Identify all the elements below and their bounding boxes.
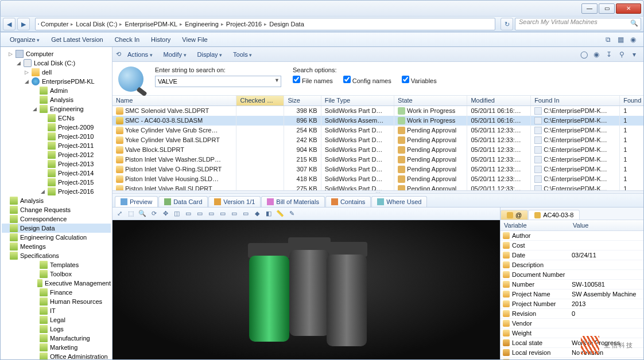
edit-icon[interactable]: ✎ [287,209,296,218]
tree-node[interactable]: Meetings [2,242,111,251]
help-icon[interactable]: ◉ [627,34,639,45]
col-state[interactable]: State [394,96,467,105]
check-in-button[interactable]: Check In [110,34,144,45]
iso-icon[interactable]: ◫ [172,209,181,218]
table-row[interactable]: SMC - AC40-03-8.SLDASM896 KBSolidWorks A… [112,116,643,126]
top-icon[interactable]: ▭ [230,209,239,218]
nav-forward-button[interactable]: ▶ [17,18,30,30]
table-row[interactable]: Valve Block.SLDPRT904 KBSolidWorks Part … [112,145,643,155]
shaded-icon[interactable]: ◆ [253,209,262,218]
tab-whereused[interactable]: Where Used [371,196,427,207]
crumb-project[interactable]: Project-2016 [225,21,263,28]
close-button[interactable]: ✕ [616,3,641,14]
tab-datacard[interactable]: Data Card [158,196,208,207]
tree-node[interactable]: Design Data [2,224,111,233]
tree-node[interactable]: Logs [2,324,111,334]
view-file-button[interactable]: View File [177,34,212,45]
zoom-area-icon[interactable]: ⬚ [126,209,135,218]
tree-node[interactable]: Analysis [2,95,111,104]
table-row[interactable]: Yoke Cylinder Valve Ball.SLDPRT242 KBSol… [112,135,643,145]
tool-icon-3[interactable]: ↧ [603,49,615,60]
back-icon[interactable]: ▭ [195,209,204,218]
zoom-in-icon[interactable]: 🔍 [138,209,147,218]
table-row[interactable]: Piston Inlet Valve O-Ring.SLDPRT307 KBSo… [112,165,643,174]
measure-icon[interactable]: 📏 [276,209,285,218]
table-row[interactable]: Piston Inlet Valve Housing.SLD…418 KBSol… [112,174,643,184]
tree-node[interactable]: Project-2012 [2,150,111,159]
crumb-leaf[interactable]: Design Data [268,21,305,28]
tree-node[interactable]: Project-2010 [2,132,111,141]
tool-icon-4[interactable]: ⚲ [616,49,627,60]
tree-node[interactable]: Change Requests [2,205,111,214]
tool-icon-2[interactable]: ◉ [591,49,602,60]
table-row[interactable]: Piston Inlet Valve Ball.SLDPRT275 KBSoli… [112,184,643,191]
search-input[interactable] [155,76,281,87]
organize-menu[interactable]: Organize [5,34,44,45]
maximize-button[interactable]: ▭ [599,3,615,14]
tree-node[interactable]: ◢Local Disk (C:) [2,58,111,68]
tree-node[interactable]: ▷Computer [2,49,111,58]
tree-node[interactable]: Manufacturing [2,334,111,343]
table-row[interactable]: Yoke Cylinder Valve Grub Scre…254 KBSoli… [112,126,643,135]
left-icon[interactable]: ▭ [207,209,216,218]
tree-node[interactable]: ◢Engineering [2,104,111,114]
tree-node[interactable]: Project-2014 [2,169,111,178]
refresh-button[interactable]: ↻ [501,18,513,30]
actions-menu[interactable]: Actions [123,50,157,59]
propcol-value[interactable]: Value [569,220,592,230]
col-foundver[interactable]: Found in Version [620,96,643,105]
propcol-variable[interactable]: Variable [501,220,569,230]
tree-node[interactable]: IT [2,306,111,315]
col-modified[interactable]: Modified [467,96,531,105]
opt-filenames[interactable]: File names [293,76,333,84]
tree-node[interactable]: Legal [2,315,111,324]
model-viewport[interactable] [112,220,500,359]
tree-node[interactable]: Project-2009 [2,123,111,132]
history-button[interactable]: History [146,34,175,45]
tree-node[interactable]: Executive Management [2,279,111,288]
tree-node[interactable]: ◢Project-2016 [2,187,111,196]
section-icon[interactable]: ◧ [264,209,273,218]
tree-node[interactable]: ECNs [2,114,111,123]
tool-icon-5[interactable]: ▾ [629,49,640,60]
display-menu[interactable]: Display [193,50,227,59]
rotate-icon[interactable]: ⟳ [149,209,158,218]
preview-pane-icon[interactable]: ▦ [615,34,626,45]
dropdown-icon[interactable]: ▼ [274,77,280,83]
pan-icon[interactable]: ✥ [161,209,170,218]
tree-node[interactable]: Project-2013 [2,159,111,169]
crumb-drive[interactable]: Local Disk (C:) [75,21,118,28]
tree-node[interactable]: Correspondence [2,214,111,224]
crumb-computer[interactable]: Computer [41,21,68,28]
tree-node[interactable]: Specifications [2,251,111,260]
tree-node[interactable]: Human Resources [2,297,111,306]
col-checked[interactable]: Checked … [236,96,284,105]
tool-icon-1[interactable]: ◯ [578,49,589,60]
view-options-icon[interactable]: ⧉ [602,34,614,45]
col-foundin[interactable]: Found In [531,96,620,105]
proptab-config[interactable]: AC40-03-8 [528,210,580,220]
tab-preview[interactable]: Preview [115,196,158,207]
tree-node[interactable]: ◢EnterprisePDM-KL [2,77,111,86]
zoom-fit-icon[interactable]: ⤢ [115,209,124,218]
table-row[interactable]: SMC Solenoid Valve.SLDPRT398 KBSolidWork… [112,105,643,116]
table-row[interactable]: Piston Inlet Valve Washer.SLDP…215 KBSol… [112,155,643,165]
tree-node[interactable]: Office Administration [2,352,111,359]
col-filetype[interactable]: File Type [321,96,394,105]
nav-back-button[interactable]: ◀ [3,18,15,30]
tree-node[interactable]: Finance [2,288,111,297]
tab-version[interactable]: Version 1/1 [208,196,261,207]
results-grid[interactable]: Name Checked … Size File Type State Modi… [112,96,643,190]
bottom-icon[interactable]: ▭ [241,209,250,218]
tree-node[interactable]: Engineering Calculation [2,233,111,242]
tree-node[interactable]: Templates [2,260,111,269]
tree-node[interactable]: ▷dell [2,68,111,77]
tools-menu[interactable]: Tools [228,50,257,59]
right-icon[interactable]: ▭ [218,209,227,218]
tree-node[interactable]: Admin [2,86,111,95]
back-icon[interactable]: ⟲ [116,50,121,58]
tree-node[interactable]: Toolbox [2,269,111,279]
crumb-eng[interactable]: Engineering [184,21,220,28]
tab-contains[interactable]: Contains [325,196,371,207]
tree-node[interactable]: Analysis [2,196,111,205]
